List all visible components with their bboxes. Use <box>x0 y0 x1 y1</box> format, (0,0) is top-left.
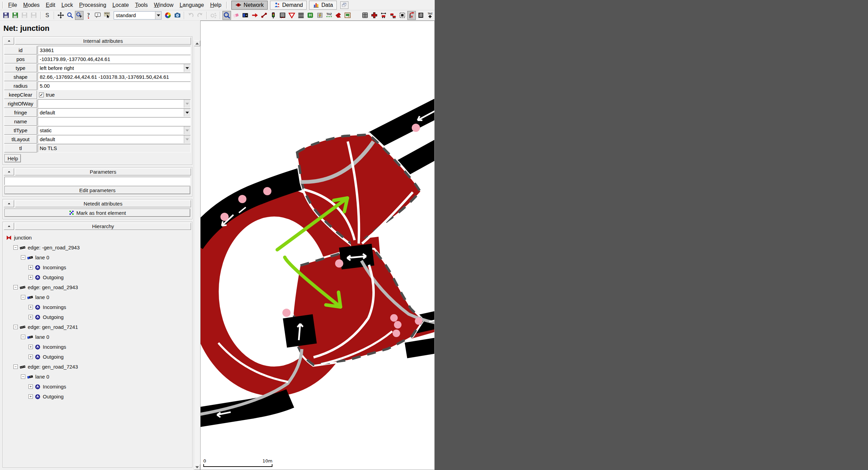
expand-expander-icon[interactable]: + <box>28 305 33 309</box>
attr-input-tltype[interactable]: static <box>38 126 191 135</box>
bus-stop-icon[interactable] <box>306 11 315 20</box>
restore-window-icon[interactable] <box>340 1 348 9</box>
move-view-icon[interactable] <box>56 11 65 20</box>
traffic-light-icon[interactable] <box>269 11 278 20</box>
select-icon[interactable] <box>398 11 407 20</box>
delete-icon[interactable] <box>232 11 240 20</box>
menu-tools[interactable]: Tools <box>132 1 151 9</box>
lane-change-icon[interactable] <box>407 11 416 20</box>
undo-icon[interactable] <box>187 11 195 20</box>
question-icon[interactable] <box>84 11 93 20</box>
route-options-icon[interactable] <box>209 11 218 20</box>
expand-expander-icon[interactable]: + <box>28 345 33 349</box>
inspect-icon[interactable] <box>222 11 231 20</box>
menu-cursor-icon[interactable] <box>103 11 111 20</box>
collapse-expander-icon[interactable]: − <box>21 335 25 339</box>
supermode-data[interactable]: Data <box>309 1 337 10</box>
connection-icon[interactable] <box>260 11 268 20</box>
attr-input-radius[interactable]: 5.00 <box>38 82 191 90</box>
taz-data-icon[interactable] <box>426 11 434 20</box>
snapshot-icon[interactable] <box>173 11 182 20</box>
zoom-icon[interactable] <box>66 11 74 20</box>
save-demand-icon[interactable] <box>20 11 29 20</box>
tree-item-edge-gen-road-7243[interactable]: −edge: gen_road_7243 <box>4 362 191 372</box>
expand-expander-icon[interactable]: + <box>28 315 33 319</box>
vehicle-icon[interactable] <box>389 11 397 20</box>
tooltip-icon[interactable] <box>93 11 102 20</box>
chevron-down-icon[interactable] <box>184 64 190 72</box>
scroll-up-icon[interactable] <box>194 40 200 46</box>
crossing-icon[interactable] <box>278 11 287 20</box>
chevron-down-icon[interactable] <box>155 12 161 19</box>
menu-locate[interactable]: Locate <box>109 1 132 9</box>
attr-input-tllayout[interactable]: default <box>38 135 191 144</box>
menu-language[interactable]: Language <box>177 1 207 9</box>
tree-item-incomings[interactable]: +Incomings <box>4 382 191 392</box>
mark-front-element-button[interactable]: Mark as front element <box>4 209 190 217</box>
tree-item-lane-0[interactable]: −lane 0 <box>4 372 191 382</box>
collapse-expander-icon[interactable]: − <box>13 285 18 289</box>
collapse-icon[interactable] <box>4 168 14 175</box>
legend-icon[interactable] <box>417 11 425 20</box>
tree-item-lane-0[interactable]: −lane 0 <box>4 252 191 262</box>
network-map-view[interactable]: 010m <box>200 21 435 470</box>
checkbox-icon[interactable]: ✓ <box>39 92 44 97</box>
collapse-expander-icon[interactable]: − <box>13 364 18 369</box>
attr-input-shape[interactable]: 82.66,-137692.44,424.61 -103178.33,-1376… <box>38 73 191 81</box>
taz-icon[interactable] <box>325 11 333 20</box>
save-network-icon[interactable] <box>2 11 10 20</box>
save-additionals-icon[interactable] <box>11 11 20 20</box>
panel-scrollbar[interactable] <box>194 40 200 470</box>
collapse-icon[interactable] <box>4 37 14 45</box>
attr-checkbox-keepclear[interactable]: ✓true <box>38 90 191 99</box>
expand-expander-icon[interactable]: + <box>28 384 33 389</box>
menu-edit[interactable]: Edit <box>43 1 59 9</box>
grid-icon[interactable] <box>361 11 369 20</box>
collapse-expander-icon[interactable]: − <box>21 374 25 379</box>
collapse-icon[interactable] <box>4 223 14 230</box>
tree-item-incomings[interactable]: +Incomings <box>4 302 191 312</box>
edge-data-icon[interactable] <box>379 11 388 20</box>
tree-item-junction[interactable]: junction <box>4 233 191 243</box>
tree-item-edge-gen-road-2943[interactable]: −edge: gen_road_2943 <box>4 282 191 292</box>
attr-input-id[interactable]: 33861 <box>38 46 191 54</box>
additional-icon[interactable] <box>297 11 305 20</box>
charging-station-icon[interactable] <box>315 11 324 20</box>
expand-expander-icon[interactable]: + <box>28 265 33 270</box>
collapse-expander-icon[interactable]: − <box>13 325 18 329</box>
edit-parameters-button[interactable]: Edit parameters <box>4 186 190 194</box>
attr-input-name[interactable] <box>38 117 191 126</box>
attr-input-fringe[interactable]: default <box>38 108 191 117</box>
tree-item-lane-0[interactable]: −lane 0 <box>4 292 191 302</box>
collapse-expander-icon[interactable]: − <box>13 245 18 250</box>
help-button[interactable]: Help <box>4 154 21 162</box>
shape-icon[interactable] <box>334 11 343 20</box>
tree-item-outgoing[interactable]: +Outgoing <box>4 312 191 322</box>
supermode-demand[interactable]: Demand <box>270 1 307 10</box>
collapse-icon[interactable] <box>4 200 14 207</box>
tree-item-edge-gen-road-2943[interactable]: −edge: -gen_road_2943 <box>4 243 191 252</box>
expand-expander-icon[interactable]: + <box>28 275 33 280</box>
tree-item-outgoing[interactable]: +Outgoing <box>4 352 191 362</box>
attr-input-rightofway[interactable] <box>38 99 191 108</box>
scroll-down-icon[interactable] <box>194 464 200 470</box>
menu-modes[interactable]: Modes <box>20 1 43 9</box>
menu-processing[interactable]: Processing <box>76 1 109 9</box>
create-edge-icon[interactable] <box>250 11 259 20</box>
redo-icon[interactable] <box>196 11 204 20</box>
attr-input-type[interactable]: left before right <box>38 64 191 72</box>
parameters-input[interactable] <box>4 177 190 185</box>
tree-item-lane-0[interactable]: −lane 0 <box>4 332 191 342</box>
save-data-icon[interactable] <box>29 11 38 20</box>
menu-lock[interactable]: Lock <box>58 1 76 9</box>
decal-icon[interactable] <box>343 11 352 20</box>
attr-input-pos[interactable]: -103179.89,-137700.46,424.61 <box>38 55 191 63</box>
tree-item-edge-gen-road-7241[interactable]: −edge: gen_road_7241 <box>4 322 191 332</box>
tree-item-outgoing[interactable]: +Outgoing <box>4 272 191 282</box>
color-wheel-icon[interactable] <box>164 11 172 20</box>
supermode-letter-button[interactable]: S <box>43 11 52 20</box>
chevron-down-icon[interactable] <box>184 109 190 116</box>
menu-window[interactable]: Window <box>151 1 177 9</box>
move-mode-icon[interactable] <box>241 11 250 20</box>
expand-expander-icon[interactable]: + <box>28 355 33 359</box>
